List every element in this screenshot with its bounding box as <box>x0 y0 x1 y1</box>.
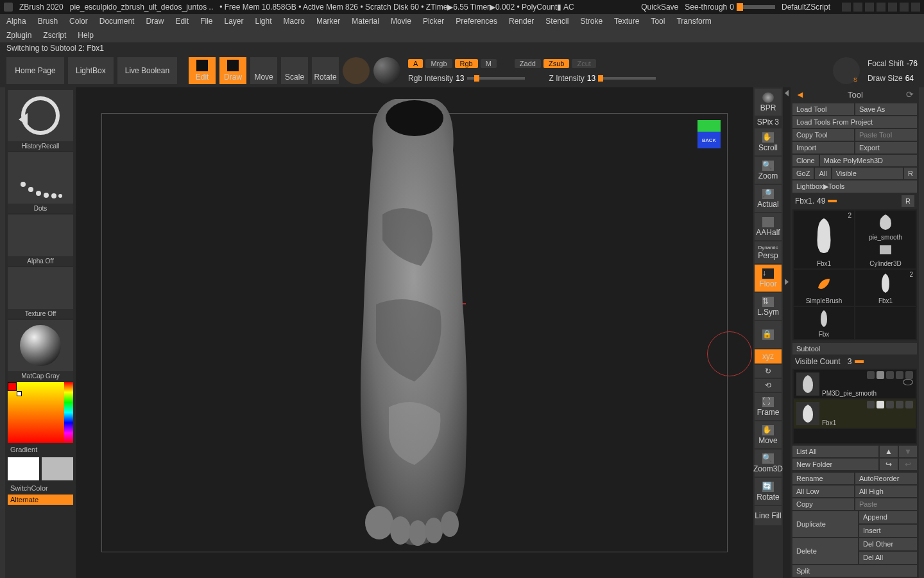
spix-value[interactable]: SPix3 <box>755 117 782 127</box>
hue-strip[interactable] <box>64 382 73 443</box>
tool-cell-fbx1[interactable]: 2Fbx1 <box>794 211 854 268</box>
zsub-chip[interactable]: Zsub <box>543 59 569 68</box>
paste-tool-button[interactable]: Paste Tool <box>855 129 917 141</box>
duplicate-button[interactable]: Duplicate <box>792 511 858 537</box>
all-low-button[interactable]: All Low <box>792 486 854 497</box>
scroll-button[interactable]: ✋Scroll <box>755 128 782 155</box>
move-3d-button[interactable]: ✋Move <box>755 421 782 448</box>
make-polymesh3d-button[interactable]: Make PolyMesh3D <box>820 155 917 166</box>
eye-icon[interactable] <box>903 379 913 385</box>
subtool-row-1[interactable]: Fbx1 <box>794 399 916 428</box>
menu-stencil[interactable]: Stencil <box>545 17 569 26</box>
floor-button[interactable]: ↓Floor <box>755 265 782 292</box>
dynamic-brush-button[interactable]: S <box>833 57 860 84</box>
lightbox-tools-button[interactable]: Lightbox▶Tools <box>792 180 917 193</box>
tool-cell-fbx[interactable]: Fbx <box>794 307 854 339</box>
zadd-chip[interactable]: Zadd <box>515 59 541 68</box>
history-recall-button[interactable]: HistoryRecall <box>8 90 73 151</box>
subtool-row-0[interactable]: PM3D_pie_smooth <box>794 370 916 398</box>
goz-visible-button[interactable]: Visible <box>832 168 903 179</box>
rgb-chip[interactable]: Rgb <box>455 59 478 68</box>
edit-button[interactable]: Edit <box>189 57 216 84</box>
clone-button[interactable]: Clone <box>792 155 819 166</box>
menu-marker[interactable]: Marker <box>316 17 340 26</box>
window-button-2[interactable] <box>853 3 862 12</box>
zoom3d-button[interactable]: 🔍Zoom3D <box>755 450 782 477</box>
rot-y-button[interactable]: ↻ <box>755 365 782 378</box>
menu-stroke[interactable]: Stroke <box>580 17 603 26</box>
tool-r-button[interactable]: R <box>902 195 914 207</box>
nav-cube[interactable]: BACK <box>697 120 721 148</box>
goz-all-button[interactable]: All <box>815 168 830 179</box>
actual-button[interactable]: 🔎Actual <box>755 185 782 212</box>
texture-thumb[interactable]: Texture Off <box>8 267 73 319</box>
menu-macro[interactable]: Macro <box>284 17 305 26</box>
menu-texture[interactable]: Texture <box>614 17 639 26</box>
lsym-button[interactable]: ⇅L.Sym <box>755 293 782 320</box>
viewport[interactable]: BACK <box>76 87 753 578</box>
load-tools-from-project-button[interactable]: Load Tools From Project <box>792 116 917 128</box>
close-button[interactable] <box>911 3 920 12</box>
menu-help[interactable]: Help <box>78 31 94 40</box>
delete-button[interactable]: Delete <box>792 538 858 564</box>
del-all-button[interactable]: Del All <box>859 552 917 564</box>
arrow-right-button[interactable]: ↪ <box>880 459 898 470</box>
rotate-button[interactable]: Rotate <box>312 57 339 84</box>
gizmo-3d-button[interactable] <box>343 57 370 84</box>
menu-tool[interactable]: Tool <box>651 17 665 26</box>
split-button[interactable]: Split <box>792 565 917 577</box>
persp-button[interactable]: DynamicPersp <box>755 241 782 263</box>
color-picker[interactable] <box>8 382 73 443</box>
move-button[interactable]: Move <box>250 57 277 84</box>
menu-brush[interactable]: Brush <box>38 17 58 26</box>
load-tool-button[interactable]: Load Tool <box>792 103 854 115</box>
mrgb-chip[interactable]: Mrgb <box>425 59 452 68</box>
aahalf-button[interactable]: AAHalf <box>755 213 782 240</box>
save-as-button[interactable]: Save As <box>855 103 917 115</box>
append-button[interactable]: Append <box>859 511 917 523</box>
menu-zplugin[interactable]: Zplugin <box>6 31 31 40</box>
live-boolean-button[interactable]: Live Boolean <box>117 57 177 84</box>
copy-tool-button[interactable]: Copy Tool <box>792 129 854 141</box>
current-tool-name[interactable]: Fbx1. 49 R <box>792 194 917 208</box>
m-chip[interactable]: M <box>481 59 497 68</box>
paste-button[interactable]: Paste <box>855 498 917 510</box>
menu-movie[interactable]: Movie <box>391 17 411 26</box>
lightbox-button[interactable]: LightBox <box>68 57 114 84</box>
menu-alpha[interactable]: Alpha <box>6 17 26 26</box>
refresh-icon[interactable]: ⟳ <box>906 89 914 100</box>
see-through-slider[interactable]: See-through 0 <box>685 3 775 12</box>
menu-draw[interactable]: Draw <box>146 17 164 26</box>
menu-material[interactable]: Material <box>352 17 379 26</box>
list-all-button[interactable]: List All <box>792 446 878 457</box>
z-intensity-slider[interactable] <box>598 77 656 80</box>
maximize-button[interactable] <box>900 3 909 12</box>
menu-preferences[interactable]: Preferences <box>456 17 497 26</box>
rgb-intensity-slider[interactable]: .slider-bar[style*="13"]::after{left:13%… <box>467 77 525 80</box>
alternate-button[interactable]: Alternate <box>8 495 73 505</box>
del-other-button[interactable]: Del Other <box>859 538 917 550</box>
minimize-button[interactable] <box>888 3 897 12</box>
menu-transform[interactable]: Transform <box>676 17 711 26</box>
import-button[interactable]: Import <box>792 142 854 153</box>
insert-button[interactable]: Insert <box>859 525 917 537</box>
draw-button[interactable]: Draw <box>219 57 246 84</box>
menu-picker[interactable]: Picker <box>423 17 444 26</box>
move-down-button[interactable]: ▼ <box>899 446 917 457</box>
autoreorder-button[interactable]: AutoReorder <box>855 473 917 484</box>
move-up-button[interactable]: ▲ <box>880 446 898 457</box>
tool-cell-simplebrush[interactable]: SimpleBrush <box>794 270 854 306</box>
menu-render[interactable]: Render <box>509 17 534 26</box>
mid-collapse-strip[interactable] <box>783 87 791 578</box>
xyz-button[interactable]: xyz <box>755 349 782 363</box>
zoom-button[interactable]: 🔍Zoom <box>755 157 782 184</box>
a-chip[interactable]: A <box>408 59 423 68</box>
tool-cell-fbx1-2[interactable]: 2Fbx1 <box>855 270 916 306</box>
line-fill-button[interactable]: Line Fill <box>755 506 782 525</box>
home-page-button[interactable]: Home Page <box>6 57 64 84</box>
window-button-4[interactable] <box>877 3 886 12</box>
alpha-thumb[interactable]: Alpha Off <box>8 215 73 266</box>
window-button-3[interactable] <box>865 3 874 12</box>
subtool-row-2[interactable] <box>794 429 916 443</box>
main-color-swatch[interactable] <box>8 457 39 480</box>
